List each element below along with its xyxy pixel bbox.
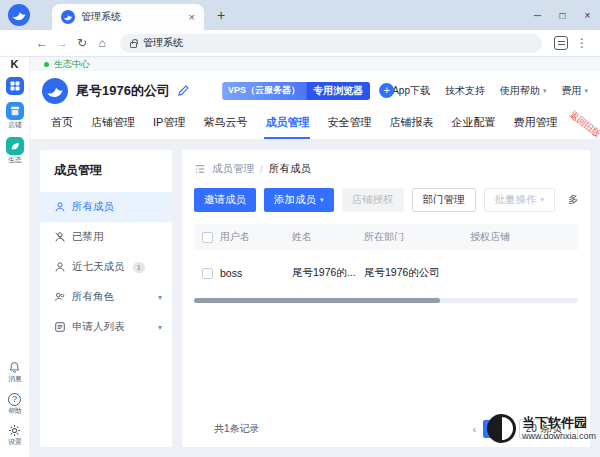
add-browser-button[interactable]: + (379, 83, 394, 98)
breadcrumb-parent[interactable]: 成员管理 (212, 162, 254, 176)
browser-window: 管理系统 × + ─ □ × ← → ↻ ⌂ 管理系统 ⋮ K (0, 0, 600, 457)
sidebar-item-last-seven-days[interactable]: 近七天成员 1 (40, 252, 172, 282)
home-icon[interactable]: ⌂ (92, 36, 112, 50)
primary-nav: 首页 店铺管理 IP管理 紫鸟云号 成员管理 安全管理 店铺报表 企业配置 费用… (30, 110, 600, 140)
scrollbar-thumb[interactable] (194, 298, 440, 303)
rail-app-workspace[interactable] (6, 77, 24, 95)
sidebar-item-disabled[interactable]: 已禁用 (40, 222, 172, 252)
nav-item-shop-reports[interactable]: 店铺报表 (380, 115, 442, 139)
members-table: 用户名 姓名 所在部门 授权店铺 boss 尾号1976的... 尾号1976的… (194, 224, 578, 303)
batch-operations-button[interactable]: 批量操作 ▾ (484, 188, 556, 212)
nav-item-security[interactable]: 安全管理 (318, 115, 380, 139)
content-area: 成员管理 所有成员 已禁用 (30, 140, 600, 457)
department-management-button[interactable]: 部门管理 (412, 188, 476, 212)
edit-pencil-icon[interactable] (177, 84, 190, 97)
tab-management-system[interactable]: 管理系统 × (52, 4, 204, 30)
watermark-title: 当下软件园 (522, 416, 596, 431)
chevron-down-icon: ▾ (158, 323, 162, 332)
rail-app-label: 生态 (8, 155, 22, 163)
sidebar-item-label: 已禁用 (72, 230, 104, 244)
caret-down-icon: ▾ (584, 87, 588, 95)
lock-icon (130, 42, 137, 48)
roles-icon (54, 291, 66, 303)
nav-item-shop-management[interactable]: 店铺管理 (82, 115, 144, 139)
tech-support-link[interactable]: 技术支持 (445, 84, 485, 98)
breadcrumb-current: 所有成员 (269, 162, 311, 176)
gear-icon (8, 424, 21, 437)
invite-member-button[interactable]: 邀请成员 (194, 188, 256, 212)
column-header-department: 所在部门 (364, 230, 470, 244)
user-recent-icon (54, 261, 66, 273)
sidebar-title: 成员管理 (40, 162, 172, 192)
eco-center-label: 生态中心 (54, 58, 90, 71)
company-name: 尾号1976的公司 (76, 82, 170, 100)
tab-title: 管理系统 (81, 10, 183, 24)
help-button[interactable]: ? 帮助 (7, 393, 23, 416)
close-button[interactable]: × (575, 0, 600, 30)
sidebar-item-label: 所有角色 (72, 290, 114, 304)
list-icon (54, 321, 66, 333)
nav-item-enterprise-config[interactable]: 企业配置 (442, 115, 504, 139)
eco-center-bar[interactable]: 生态中心 (30, 57, 600, 71)
maximize-button[interactable]: □ (550, 0, 575, 30)
nav-item-ip-management[interactable]: IP管理 (144, 115, 194, 139)
sidebar-item-applicant-list[interactable]: 申请人列表 ▾ (40, 312, 172, 342)
prev-page-icon[interactable]: ‹ (472, 423, 476, 435)
sidebar-item-all-members[interactable]: 所有成员 (40, 192, 172, 222)
record-count: 共1条记录 (214, 422, 260, 436)
forward-icon[interactable]: → (52, 36, 72, 50)
window-controls: ─ □ × (525, 0, 600, 30)
caret-down-icon: ▾ (320, 196, 324, 204)
app-download-link[interactable]: App下载 (392, 84, 430, 98)
shop-authorize-button[interactable]: 店铺授权 (342, 188, 404, 212)
sidebar-item-all-roles[interactable]: 所有角色 ▾ (40, 282, 172, 312)
members-panel: 成员管理 / 所有成员 邀请成员 添加成员 ▾ 店铺授权 (182, 150, 590, 447)
sidebar-item-label: 申请人列表 (72, 320, 125, 334)
minimize-button[interactable]: ─ (525, 0, 550, 30)
display-settings-button[interactable]: 多个用户名 (563, 193, 578, 207)
nav-item-member-management[interactable]: 成员管理 (256, 115, 318, 139)
bell-icon (8, 361, 21, 374)
rail-app-eco[interactable]: 生态 (6, 137, 24, 165)
tree-menu-icon (194, 163, 206, 175)
messages-label: 消息 (8, 375, 22, 383)
browser-more-icon[interactable]: ⋮ (572, 36, 592, 50)
rail-bottom-tools: 消息 ? 帮助 设置 (7, 361, 23, 447)
column-header-name: 姓名 (292, 230, 364, 244)
shop-icon (6, 102, 24, 120)
vps-badge-left: VPS（云服务器） (222, 82, 306, 100)
address-bar[interactable]: 管理系统 (120, 34, 542, 53)
profile-initial[interactable]: K (11, 58, 19, 70)
nav-item-ziniao-cloud[interactable]: 紫鸟云号 (194, 115, 256, 139)
back-icon[interactable]: ← (32, 36, 52, 50)
select-all-checkbox[interactable] (202, 232, 213, 243)
add-member-button[interactable]: 添加成员 ▾ (264, 188, 334, 212)
settings-label: 设置 (8, 438, 22, 446)
new-tab-button[interactable]: + (217, 8, 225, 22)
leaf-icon (6, 137, 24, 155)
nav-item-home[interactable]: 首页 (42, 115, 82, 139)
horizontal-scrollbar[interactable] (194, 298, 578, 303)
row-checkbox[interactable] (202, 268, 213, 279)
rail-app-shop[interactable]: 店铺 (6, 102, 24, 130)
table-header-row: 用户名 姓名 所在部门 授权店铺 (194, 224, 578, 250)
address-text: 管理系统 (143, 36, 183, 50)
settings-button[interactable]: 设置 (7, 424, 23, 447)
caret-down-icon: ▾ (541, 196, 545, 204)
help-menu-link[interactable]: 使用帮助 ▾ (500, 84, 547, 98)
nav-item-fees[interactable]: 费用管理 (504, 115, 566, 139)
table-row[interactable]: boss 尾号1976的... 尾号1976的公司 (194, 250, 578, 296)
site-watermark: 当下软件园 www.downxia.com (487, 414, 596, 443)
tab-close-icon[interactable]: × (189, 12, 195, 23)
messages-button[interactable]: 消息 (7, 361, 23, 384)
left-rail: K 店铺 生态 消息 (0, 57, 30, 457)
browser-menu-logo-icon[interactable] (8, 4, 30, 26)
fees-menu-link[interactable]: 费用 ▾ (561, 84, 588, 98)
member-sidebar: 成员管理 所有成员 已禁用 (40, 150, 172, 447)
column-header-authorized-shops: 授权店铺 (470, 230, 578, 244)
breadcrumb: 成员管理 / 所有成员 (194, 162, 578, 176)
tab-favicon-icon (61, 10, 75, 24)
refresh-icon[interactable]: ↻ (72, 36, 92, 50)
back-to-old-version-link[interactable]: 返回旧版 (567, 108, 600, 140)
page-tools-icon[interactable] (554, 36, 568, 50)
